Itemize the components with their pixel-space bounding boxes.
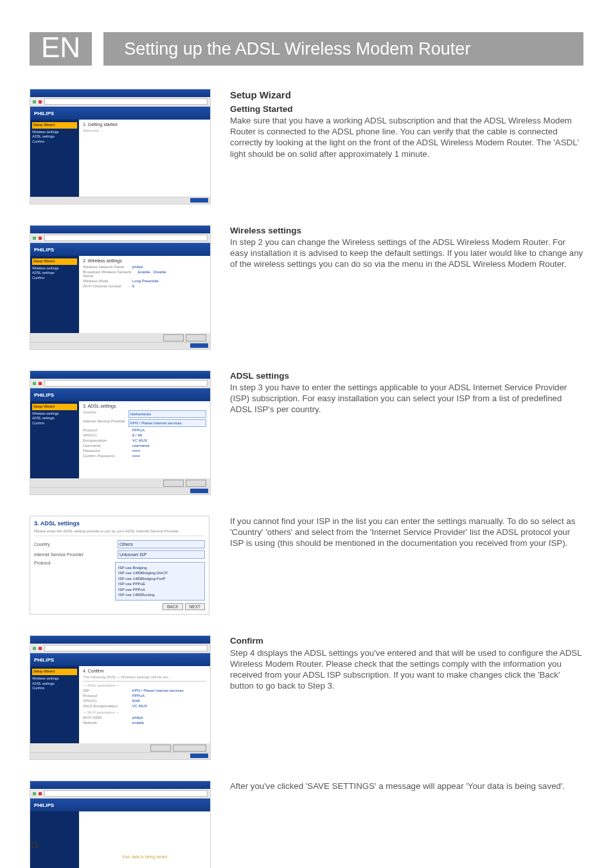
screenshot-step4-title: 4. Confirm <box>83 669 206 673</box>
heading-wireless: Wireless settings <box>230 225 583 236</box>
screenshot-step2-title: 2. Wireless settings <box>83 258 206 263</box>
page-header: EN Setting up the ADSL Wireless Modem Ro… <box>30 32 583 66</box>
text-adsl: In step 3 you have to enter the settings… <box>230 382 583 415</box>
crop-country-value[interactable]: Others <box>118 540 205 548</box>
text-getting-started: Make sure that you have a working ADSL s… <box>230 115 583 159</box>
text-confirm: Step 4 displays the ADSL settings you've… <box>230 647 583 691</box>
screenshot-step3-crop: 3. ADSL settings Please enter the ADSL s… <box>30 516 209 615</box>
screenshot-saving: PHILIPS Your data is being saved <box>30 781 211 868</box>
text-manual: If you cannot find your ISP in the list … <box>230 516 583 548</box>
screenshot-step2: PHILIPS Setup Wizard Wireless settings A… <box>30 225 211 350</box>
screenshot-step1: PHILIPS Setup Wizard Wireless settings A… <box>30 89 211 204</box>
language-chip: EN <box>30 32 92 66</box>
screenshot-step3-title: 3. ADSL settings <box>83 404 206 408</box>
heading-confirm: Confirm <box>230 635 583 646</box>
section-title: Setup Wizard <box>230 89 583 101</box>
screenshot-brand: PHILIPS <box>30 107 210 120</box>
screenshot-step1-title: 1. Getting started <box>83 122 206 127</box>
text-wireless: In step 2 you can change the Wireless se… <box>230 237 583 269</box>
save-settings-button[interactable] <box>173 745 206 752</box>
heading-getting-started: Getting Started <box>230 104 583 114</box>
screenshot-step3: PHILIPS Setup Wizard Wireless settings A… <box>30 370 211 495</box>
crop-title: 3. ADSL settings <box>34 520 205 527</box>
crop-country-label: Country <box>34 542 50 547</box>
crop-protocol-list[interactable]: ISP use Bridging ISP use 1483Bridging-DH… <box>115 562 205 601</box>
text-saved: After you've clicked 'SAVE SETTINGS' a m… <box>230 781 583 791</box>
crop-next-button[interactable]: NEXT <box>185 603 205 610</box>
heading-adsl: ADSL settings <box>230 370 583 381</box>
screenshot-step4: PHILIPS Setup Wizard Wireless settings A… <box>30 635 211 760</box>
crop-isp-label: Internet Service Provider <box>34 552 84 557</box>
page-title: Setting up the ADSL Wireless Modem Route… <box>103 32 583 66</box>
crop-back-button[interactable]: BACK <box>163 603 183 610</box>
saving-message: Your data is being saved <box>122 854 168 859</box>
crop-isp-value[interactable]: Unknown ISP <box>118 550 205 559</box>
crop-protocol-label: Protocol <box>34 561 51 565</box>
page-number: 18 <box>30 840 39 850</box>
crop-hint: Please enter the ADSL setting provide to… <box>34 529 205 533</box>
